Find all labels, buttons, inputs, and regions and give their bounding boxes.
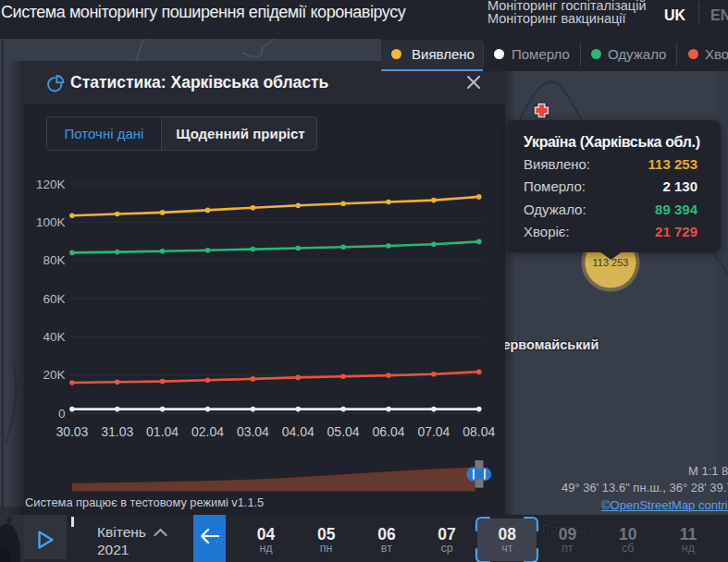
svg-text:40K: 40K [43,330,65,344]
svg-text:01.04: 01.04 [146,424,179,439]
svg-text:31.03: 31.03 [101,424,133,439]
svg-text:80K: 80K [43,253,65,267]
svg-text:0: 0 [58,407,66,421]
svg-text:06.04: 06.04 [372,424,404,439]
svg-text:03.04: 03.04 [237,424,269,439]
svg-text:04.04: 04.04 [282,424,315,439]
svg-text:20K: 20K [43,368,65,382]
svg-text:07.04: 07.04 [417,424,450,439]
svg-text:120K: 120K [36,177,66,191]
svg-text:05.04: 05.04 [327,424,360,439]
svg-text:02.04: 02.04 [191,424,224,439]
svg-text:60K: 60K [43,292,65,306]
svg-text:30.03: 30.03 [56,424,88,439]
svg-text:08.04: 08.04 [463,424,495,439]
svg-text:100K: 100K [36,215,66,229]
